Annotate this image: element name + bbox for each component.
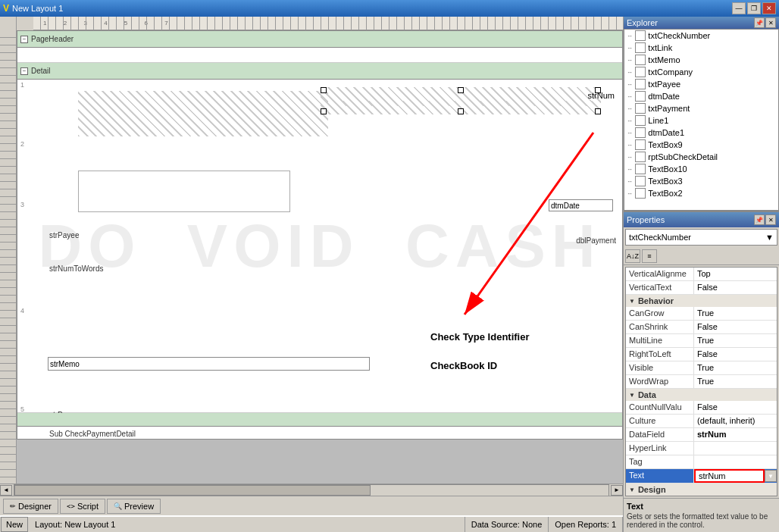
scroll-right-btn[interactable]: ► (611, 485, 623, 496)
properties-pin-btn[interactable]: 📌 (754, 214, 765, 225)
prop-section-behavior[interactable]: ▼ Behavior (626, 295, 777, 307)
prop-desc-title: Text (627, 502, 776, 511)
prop-row-verticalalignment[interactable]: VerticalAlignme Top (626, 268, 777, 281)
selected-component: txtCheckNumber (629, 233, 691, 242)
strnum-handle-area (321, 87, 601, 101)
text-value-box[interactable]: strNum (694, 469, 765, 483)
detail-expand[interactable]: − (20, 67, 28, 75)
properties-panel: Properties 📌 ✕ txtCheckNumber ▼ A↓Z ≡ Ve… (624, 211, 779, 532)
prop-row-cangrow[interactable]: CanGrow True (626, 307, 777, 321)
tree-item-dtmdate[interactable]: ··· dtmDate (624, 90, 778, 102)
canvas-area[interactable]: − PageHeader − Detail DO VOID CASH (17, 30, 623, 483)
prop-row-wordwrap[interactable]: WordWrap True (626, 375, 777, 389)
prop-row-text[interactable]: Text strNum ▼ (626, 469, 777, 483)
tree-item-dtmdate1[interactable]: ··· dtmDate1 (624, 127, 778, 139)
dtmdate-field[interactable]: dtmDate (549, 199, 613, 211)
detail-label: Detail (31, 67, 51, 75)
tree-icon-textbox10 (635, 164, 646, 174)
tree-item-txtpayment[interactable]: ··· txtPayment (624, 102, 778, 114)
prop-row-multiline[interactable]: MultiLine True (626, 334, 777, 348)
properties-title: Properties (627, 215, 665, 224)
scroll-left-btn[interactable]: ◄ (0, 485, 12, 496)
pageheader-expand[interactable]: − (20, 36, 28, 43)
tree-item-textbox9[interactable]: ··· TextBox9 (624, 139, 778, 151)
tab-script[interactable]: <> Script (60, 499, 105, 514)
prop-row-visible[interactable]: Visible True (626, 361, 777, 375)
prop-row-datafield[interactable]: DataField strNum (626, 428, 777, 442)
pageheader-content (17, 48, 622, 63)
prop-description: Text Gets or sets the formatted text val… (624, 498, 779, 532)
tree-item-txtpayee[interactable]: ··· txtPayee (624, 78, 778, 90)
designer-body: − PageHeader − Detail DO VOID CASH (0, 30, 623, 483)
section4-band (17, 413, 622, 427)
h-scrollbar[interactable]: ◄ ► (0, 483, 623, 496)
title-bar-icon: V (3, 3, 9, 14)
section-num-3: 3 (20, 201, 24, 208)
close-button[interactable]: ✕ (762, 2, 776, 14)
title-bar-buttons: — ❐ ✕ (732, 2, 776, 14)
tree-item-rptsubcheckdetail[interactable]: ··· rptSubCheckDetail (624, 151, 778, 163)
section-num-4: 4 (20, 307, 24, 315)
tree-item-textbox3[interactable]: ··· TextBox3 (624, 175, 778, 187)
h-scrollbar-track[interactable] (14, 484, 609, 496)
prop-section-design[interactable]: ▼ Design (626, 483, 777, 496)
strmemo-field[interactable]: strMemo (48, 357, 370, 371)
tree-item-txtcompany[interactable]: ··· txtCompany (624, 66, 778, 78)
data-source-label: Data Source: None (465, 517, 549, 532)
explorer-pin-btn[interactable]: 📌 (754, 17, 765, 28)
sub-check-payment-detail[interactable]: Sub CheckPaymentDetail (49, 430, 136, 438)
selector-dropdown-icon[interactable]: ▼ (765, 233, 774, 242)
preview-icon: 🔍 (114, 502, 122, 510)
tree-icon-textbox9 (635, 139, 646, 150)
prop-row-countnullvalue[interactable]: CountNullValu False (626, 401, 777, 415)
explorer-header: Explorer 📌 ✕ (624, 17, 779, 29)
prop-row-tag[interactable]: Tag (626, 455, 777, 469)
explorer-close-btn[interactable]: ✕ (765, 17, 776, 28)
text-dropdown-btn[interactable]: ▼ (765, 470, 777, 482)
prop-row-canshrink[interactable]: CanShrink False (626, 321, 777, 334)
tree-icon-line1 (635, 115, 646, 126)
tree-item-txtchecknumber[interactable]: ··· txtCheckNumber (624, 30, 778, 42)
prop-desc-text: Gets or sets the formatted text value to… (627, 512, 776, 529)
strpayee-field[interactable]: strPayee (49, 231, 79, 239)
tree-item-txtlink[interactable]: ··· txtLink (624, 42, 778, 54)
strnum-handle-area2 (321, 101, 601, 114)
tree-icon-txtchecknumber (635, 30, 646, 41)
ruler-area: 1 2 3 4 5 6 7 (0, 17, 623, 30)
tab-preview-label: Preview (124, 502, 154, 511)
check-outline-box (78, 171, 290, 212)
tree-icon-txtpayment (635, 103, 646, 114)
properties-az-btn[interactable]: A↓Z (625, 249, 640, 263)
title-bar: V New Layout 1 — ❐ ✕ (0, 0, 779, 17)
prop-row-culture[interactable]: Culture (default, inherit) (626, 415, 777, 428)
strnumtowords-field[interactable]: strNumToWords (49, 264, 104, 273)
properties-header-buttons: 📌 ✕ (754, 214, 776, 225)
dblpayment-field[interactable]: dblPayment (576, 236, 616, 245)
tree-icon-dtmdate (635, 91, 646, 102)
tree-item-textbox2[interactable]: ··· TextBox2 (624, 187, 778, 199)
tree-item-txtmemo[interactable]: ··· txtMemo (624, 54, 778, 66)
properties-category-btn[interactable]: ≡ (642, 249, 657, 263)
properties-header: Properties 📌 ✕ (624, 212, 779, 227)
properties-selector[interactable]: txtCheckNumber ▼ (625, 229, 777, 246)
tab-preview[interactable]: 🔍 Preview (107, 499, 161, 514)
tree-item-textbox10[interactable]: ··· TextBox10 (624, 163, 778, 175)
restore-button[interactable]: ❐ (747, 2, 761, 14)
properties-grid: VerticalAlignme Top VerticalText False ▼… (625, 267, 777, 496)
prop-section-data[interactable]: ▼ Data (626, 389, 777, 401)
prop-row-righttoleft[interactable]: RightToLeft False (626, 348, 777, 361)
strnum-field[interactable]: strNum (588, 91, 615, 100)
minimize-button[interactable]: — (732, 2, 746, 14)
tree-item-line1[interactable]: ··· Line1 (624, 114, 778, 127)
prop-row-verticaltext[interactable]: VerticalText False (626, 281, 777, 295)
tab-designer[interactable]: ✏ Designer (3, 499, 58, 514)
prop-row-hyperlink[interactable]: HyperLink (626, 442, 777, 455)
tree-icon-txtmemo (635, 55, 646, 65)
tab-script-label: Script (77, 502, 99, 511)
properties-close-btn[interactable]: ✕ (765, 214, 776, 225)
title-bar-left: V New Layout 1 (3, 3, 63, 14)
properties-toolbar: A↓Z ≡ (624, 247, 779, 265)
designer-panel: 1 2 3 4 5 6 7 (0, 17, 624, 532)
new-button[interactable]: New (1, 517, 28, 532)
tree-icon-dtmdate1 (635, 127, 646, 138)
